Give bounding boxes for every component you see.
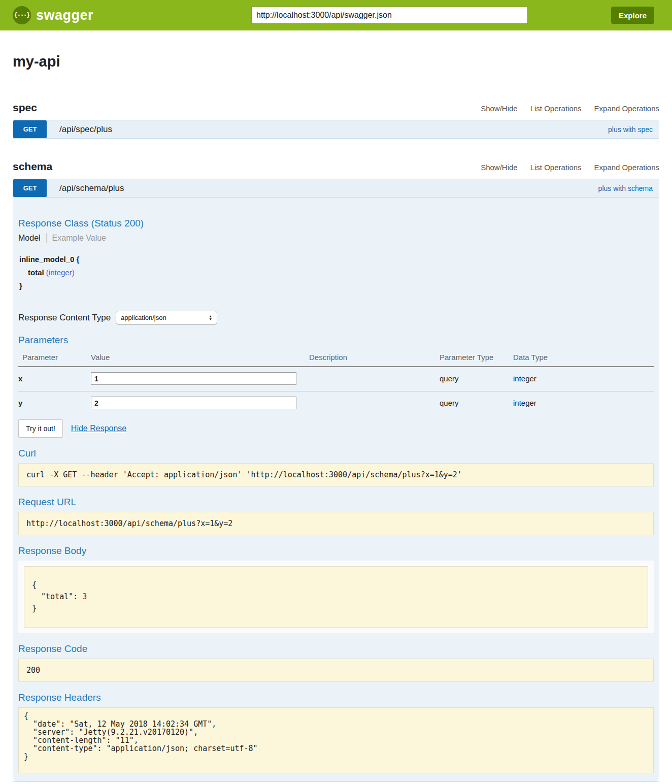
model-signature: inline_model_0 { total (integer) } [19,253,654,292]
show-hide-link[interactable]: Show/Hide [481,104,524,113]
schema-endpoint-summary[interactable]: plus with schema [598,184,653,192]
request-url-value: http://localhost:3000/api/schema/plus?x=… [18,512,654,535]
response-headers-heading: Response Headers [18,692,654,703]
schema-section-header: schema Show/Hide List Operations Expand … [13,160,659,173]
try-it-out-button[interactable]: Try it out! [18,419,63,438]
response-content-type-label: Response Content Type [18,313,111,323]
tab-example-value[interactable]: Example Value [47,234,106,243]
param-name: x [18,367,91,391]
request-url-heading: Request URL [18,497,654,508]
swagger-url-input[interactable] [251,7,528,24]
response-body-json: { "total": 3 } [24,566,648,628]
section-divider [13,148,659,148]
response-class-heading: Response Class (Status 200) [18,218,654,229]
model-property: total (integer) [19,266,654,279]
curl-heading: Curl [18,448,654,459]
spec-get-method-badge[interactable]: GET [13,120,47,138]
response-body-heading: Response Body [18,545,654,557]
col-parameter-type: Parameter Type [440,350,513,367]
schema-endpoint: GET /api/schema/plus plus with schema Re… [13,179,659,782]
list-operations-link[interactable]: List Operations [524,163,588,172]
spec-ops-controls: Show/Hide List Operations Expand Operati… [481,104,659,113]
curl-command: curl -X GET --header 'Accept: applicatio… [18,463,654,486]
response-content-type-select[interactable]: application/json ▲ ▼ [116,311,217,324]
model-close-line: } [19,279,654,292]
model-property-name: total [28,268,44,277]
swagger-brand-link[interactable]: {···} swagger [13,6,93,24]
param-type: query [440,367,513,391]
top-bar: {···} swagger Explore [0,0,672,30]
expand-operations-link[interactable]: Expand Operations [588,163,659,172]
spec-section-header: spec Show/Hide List Operations Expand Op… [13,102,659,114]
spec-endpoint-row[interactable]: GET /api/spec/plus plus with spec [13,120,659,138]
parameter-row-y: y query integer [18,391,654,416]
response-body-container: { "total": 3 } [18,561,654,633]
spec-endpoint-summary[interactable]: plus with spec [608,125,653,134]
param-description [309,391,440,416]
response-code-heading: Response Code [18,643,654,655]
model-open-line: inline_model_0 { [19,253,654,266]
model-property-type: (integer) [46,268,75,277]
param-x-value-input[interactable] [91,372,296,385]
spec-endpoint: GET /api/spec/plus plus with spec [13,120,659,139]
list-operations-link[interactable]: List Operations [524,104,588,113]
response-content-type-row: Response Content Type application/json ▲… [18,311,654,324]
param-name: y [18,391,91,416]
schema-endpoint-content: Response Class (Status 200) Model Exampl… [13,197,659,781]
param-y-value-input[interactable] [91,397,296,409]
schema-endpoint-path[interactable]: /api/schema/plus [59,183,124,193]
expand-operations-link[interactable]: Expand Operations [588,104,659,113]
page-title: my-api [13,53,659,70]
brand-name: swagger [36,8,93,23]
schema-endpoint-row[interactable]: GET /api/schema/plus plus with schema [13,179,659,197]
param-data-type: integer [513,391,654,416]
parameters-header-row: Parameter Value Description Parameter Ty… [18,350,654,367]
param-type: query [440,391,513,416]
parameters-heading: Parameters [18,335,654,346]
response-body-total-value: 3 [82,592,87,601]
col-description: Description [309,350,440,367]
col-value: Value [91,350,309,367]
param-description [309,367,440,391]
hide-response-link[interactable]: Hide Response [71,424,126,433]
actions-row: Try it out! Hide Response [18,419,654,438]
show-hide-link[interactable]: Show/Hide [481,163,524,172]
spec-section-title[interactable]: spec [13,102,37,114]
tab-model[interactable]: Model [18,234,46,243]
col-parameter: Parameter [18,350,91,367]
spec-endpoint-path[interactable]: /api/spec/plus [59,124,112,135]
select-arrows-icon: ▲ ▼ [209,315,212,321]
col-data-type: Data Type [513,350,654,367]
response-code-value: 200 [18,659,654,682]
response-headers-json: { "date": "Sat, 12 May 2018 14:02:34 GMT… [18,707,654,773]
swagger-logo-icon: {···} [13,6,31,24]
schema-ops-controls: Show/Hide List Operations Expand Operati… [481,163,659,172]
model-tabs: Model Example Value [18,233,654,243]
schema-section-title[interactable]: schema [13,160,52,173]
parameter-row-x: x query integer [18,367,654,391]
response-content-type-value: application/json [121,314,166,321]
param-data-type: integer [513,367,654,391]
parameters-table: Parameter Value Description Parameter Ty… [18,350,654,415]
schema-get-method-badge[interactable]: GET [13,179,47,197]
explore-button[interactable]: Explore [611,7,654,24]
